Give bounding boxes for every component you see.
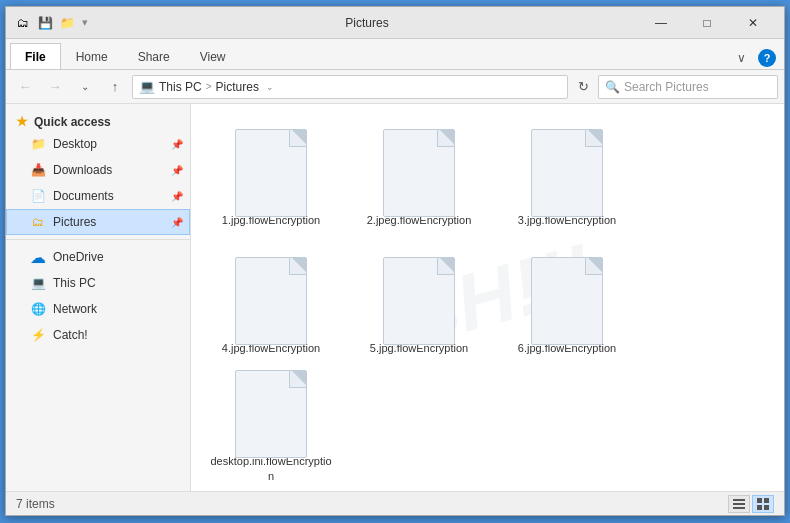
sidebar-item-documents[interactable]: 📄 Documents 📌 xyxy=(6,183,190,209)
sidebar-item-catch-label: Catch! xyxy=(53,328,88,342)
file-item-1[interactable]: 1.jpg.flowEncryption xyxy=(201,114,341,234)
app-icon-1: 🗂 xyxy=(14,14,32,32)
folder-icon-downloads: 📥 xyxy=(29,163,47,177)
title-dropdown-icon[interactable]: ▾ xyxy=(82,16,88,29)
item-count: 7 items xyxy=(16,497,55,511)
file-icon-wrapper-5 xyxy=(374,261,464,341)
item-count-label: items xyxy=(26,497,55,511)
refresh-button[interactable]: ↻ xyxy=(572,76,594,98)
app-icon-3: 📁 xyxy=(58,14,76,32)
sidebar-item-downloads-label: Downloads xyxy=(53,163,112,177)
file-icon-wrapper-2 xyxy=(374,133,464,213)
doc-icon-4 xyxy=(235,257,307,345)
maximize-button[interactable]: □ xyxy=(684,7,730,39)
sidebar-item-thispc[interactable]: 💻 This PC xyxy=(6,270,190,296)
explorer-window: 🗂 💾 📁 ▾ Pictures — □ ✕ File Home Share V… xyxy=(5,6,785,516)
file-item-2[interactable]: 2.jpeg.flowEncryption xyxy=(349,114,489,234)
sidebar-item-thispc-label: This PC xyxy=(53,276,96,290)
address-bar: ← → ⌄ ↑ 💻 This PC > Pictures ⌄ ↻ 🔍 Searc… xyxy=(6,70,784,104)
quick-access-label: Quick access xyxy=(34,115,111,129)
folder-icon-desktop: 📁 xyxy=(29,137,47,151)
path-pictures[interactable]: Pictures xyxy=(216,80,259,94)
svg-rect-6 xyxy=(764,505,769,510)
svg-rect-5 xyxy=(757,505,762,510)
path-thispc[interactable]: This PC xyxy=(159,80,202,94)
file-icon-wrapper-4 xyxy=(226,261,316,341)
pin-icon-downloads: 📌 xyxy=(171,165,183,176)
file-icon-wrapper-6 xyxy=(522,261,612,341)
doc-icon-1 xyxy=(235,129,307,217)
title-bar: 🗂 💾 📁 ▾ Pictures — □ ✕ xyxy=(6,7,784,39)
quick-access-section: ★ Quick access 📁 Desktop 📌 📥 Downloads 📌… xyxy=(6,110,190,235)
close-button[interactable]: ✕ xyxy=(730,7,776,39)
sidebar-item-network-label: Network xyxy=(53,302,97,316)
status-bar: 7 items xyxy=(6,491,784,515)
sidebar-item-network[interactable]: 🌐 Network xyxy=(6,296,190,322)
window-controls: — □ ✕ xyxy=(638,7,776,39)
folder-icon-pictures: 🗂 xyxy=(29,215,47,229)
search-box[interactable]: 🔍 Search Pictures xyxy=(598,75,778,99)
sidebar-item-onedrive[interactable]: ☁ OneDrive xyxy=(6,244,190,270)
sidebar-item-pictures[interactable]: 🗂 Pictures 📌 xyxy=(6,209,190,235)
file-icon-wrapper-3 xyxy=(522,133,612,213)
sidebar-item-catch[interactable]: ⚡ Catch! xyxy=(6,322,190,348)
file-item-4[interactable]: 4.jpg.flowEncryption xyxy=(201,242,341,362)
tab-file[interactable]: File xyxy=(10,43,61,69)
forward-button[interactable]: → xyxy=(42,74,68,100)
svg-rect-0 xyxy=(733,499,745,501)
tab-home[interactable]: Home xyxy=(61,43,123,69)
minimize-button[interactable]: — xyxy=(638,7,684,39)
svg-rect-2 xyxy=(733,507,745,509)
file-item-3[interactable]: 3.jpg.flowEncryption xyxy=(497,114,637,234)
doc-icon-3 xyxy=(531,129,603,217)
back-button[interactable]: ← xyxy=(12,74,38,100)
pin-icon-pictures: 📌 xyxy=(171,217,183,228)
folder-icon-documents: 📄 xyxy=(29,189,47,203)
path-sep-1: > xyxy=(206,81,212,92)
onedrive-icon: ☁ xyxy=(29,248,47,267)
help-button[interactable]: ? xyxy=(758,49,776,67)
list-view-button[interactable] xyxy=(728,495,750,513)
path-end-chevron[interactable]: ⌄ xyxy=(263,75,277,99)
file-item-6[interactable]: 6.jpg.flowEncryption xyxy=(497,242,637,362)
svg-rect-3 xyxy=(757,498,762,503)
up-button[interactable]: ↑ xyxy=(102,74,128,100)
pin-icon-desktop: 📌 xyxy=(171,139,183,150)
file-icon-wrapper-7 xyxy=(226,374,316,454)
address-dropdown-btn[interactable]: ⌄ xyxy=(72,74,98,100)
ribbon-collapse-btn[interactable]: ∨ xyxy=(731,47,752,69)
star-icon: ★ xyxy=(16,114,28,129)
app-icon-2: 💾 xyxy=(36,14,54,32)
file-item-5[interactable]: 5.jpg.flowEncryption xyxy=(349,242,489,362)
sidebar-item-desktop[interactable]: 📁 Desktop 📌 xyxy=(6,131,190,157)
sidebar-item-onedrive-label: OneDrive xyxy=(53,250,104,264)
sidebar-divider-1 xyxy=(6,239,190,240)
pin-icon-documents: 📌 xyxy=(171,191,183,202)
catch-icon: ⚡ xyxy=(29,328,47,342)
file-label-7: desktop.ini.flowEncryption xyxy=(208,454,334,483)
sidebar-item-desktop-label: Desktop xyxy=(53,137,97,151)
doc-icon-7 xyxy=(235,370,307,458)
main-area: ★ Quick access 📁 Desktop 📌 📥 Downloads 📌… xyxy=(6,104,784,491)
item-count-number: 7 xyxy=(16,497,23,511)
address-path[interactable]: 💻 This PC > Pictures ⌄ xyxy=(132,75,568,99)
sidebar-item-downloads[interactable]: 📥 Downloads 📌 xyxy=(6,157,190,183)
view-toggle-group xyxy=(728,495,774,513)
svg-rect-1 xyxy=(733,503,745,505)
large-icon-view-button[interactable] xyxy=(752,495,774,513)
doc-icon-6 xyxy=(531,257,603,345)
file-icon-wrapper-1 xyxy=(226,133,316,213)
special-section: ☁ OneDrive 💻 This PC 🌐 Network ⚡ Catch! xyxy=(6,244,190,348)
file-grid: 1.jpg.flowEncryption 2.jpeg.flowEncrypti… xyxy=(191,104,784,491)
thispc-icon: 💻 xyxy=(29,276,47,290)
svg-rect-4 xyxy=(764,498,769,503)
network-icon: 🌐 xyxy=(29,302,47,316)
sidebar: ★ Quick access 📁 Desktop 📌 📥 Downloads 📌… xyxy=(6,104,191,491)
sidebar-item-documents-label: Documents xyxy=(53,189,114,203)
file-area: ISH!!! 1.jpg.flowEncryption 2.jpeg.flowE… xyxy=(191,104,784,491)
tab-share[interactable]: Share xyxy=(123,43,185,69)
doc-icon-2 xyxy=(383,129,455,217)
file-item-7[interactable]: desktop.ini.flowEncryption xyxy=(201,370,341,490)
ribbon-tabs: File Home Share View ∨ ? xyxy=(6,39,784,69)
tab-view[interactable]: View xyxy=(185,43,241,69)
